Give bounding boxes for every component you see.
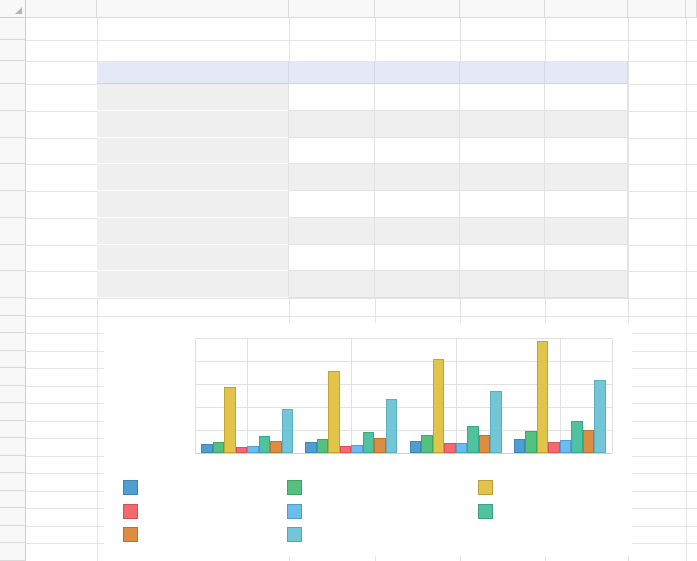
row-header-20[interactable] xyxy=(0,456,26,473)
column-header-E[interactable] xyxy=(460,0,545,18)
value-cell[interactable] xyxy=(289,84,375,111)
year-header-cell[interactable] xyxy=(545,61,628,84)
row-header-3[interactable] xyxy=(0,84,26,111)
row-header-1[interactable] xyxy=(0,40,26,61)
bar-series4-2005 xyxy=(236,447,248,453)
row-header-12[interactable] xyxy=(0,316,26,333)
row-header-7[interactable] xyxy=(0,191,26,218)
grid-line-vertical xyxy=(686,18,687,561)
bar-series7-2008 xyxy=(583,430,595,453)
year-header-corner-cell[interactable] xyxy=(97,61,289,84)
row-header-18[interactable] xyxy=(0,421,26,438)
value-cell[interactable] xyxy=(460,138,545,165)
legend-swatch xyxy=(287,527,302,542)
region-cell[interactable] xyxy=(97,111,289,138)
bar-series6-2007 xyxy=(467,426,479,453)
value-cell[interactable] xyxy=(545,245,628,272)
value-cell[interactable] xyxy=(460,84,545,111)
value-cell[interactable] xyxy=(375,191,460,218)
row-header-25[interactable] xyxy=(0,543,26,561)
value-cell[interactable] xyxy=(375,271,460,298)
row-header-9[interactable] xyxy=(0,245,26,271)
value-cell[interactable] xyxy=(375,111,460,138)
row-header-5[interactable] xyxy=(0,138,26,164)
row-header-17[interactable] xyxy=(0,403,26,421)
value-cell[interactable] xyxy=(460,164,545,191)
value-cell[interactable] xyxy=(375,164,460,191)
bar-series1-2008 xyxy=(514,439,526,453)
value-cell[interactable] xyxy=(289,245,375,272)
value-cell[interactable] xyxy=(289,111,375,138)
value-cell[interactable] xyxy=(289,164,375,191)
value-cell[interactable] xyxy=(375,84,460,111)
row-header-19[interactable] xyxy=(0,438,26,456)
column-header-F[interactable] xyxy=(545,0,628,18)
column-header-A[interactable] xyxy=(26,0,97,18)
column-header-D[interactable] xyxy=(375,0,460,18)
value-cell[interactable] xyxy=(460,245,545,272)
value-cell[interactable] xyxy=(545,111,628,138)
value-cell[interactable] xyxy=(460,191,545,218)
region-cell[interactable] xyxy=(97,218,289,245)
bar-series8-2007 xyxy=(490,391,502,453)
grid-line-horizontal xyxy=(26,298,697,299)
region-cell[interactable] xyxy=(97,138,289,165)
value-cell[interactable] xyxy=(545,84,628,111)
column-header-B[interactable] xyxy=(97,0,289,18)
embedded-chart[interactable] xyxy=(104,323,632,556)
year-header-cell[interactable] xyxy=(375,61,460,84)
bar-series1-2007 xyxy=(410,441,422,453)
row-header-24[interactable] xyxy=(0,526,26,543)
row-header-2[interactable] xyxy=(0,61,26,84)
legend-swatch xyxy=(478,504,493,519)
value-cell[interactable] xyxy=(375,138,460,165)
value-cell[interactable] xyxy=(545,271,628,298)
row-header-23[interactable] xyxy=(0,508,26,526)
row-header-13[interactable] xyxy=(0,333,26,351)
value-cell[interactable] xyxy=(289,271,375,298)
bar-series4-2008 xyxy=(548,442,560,453)
row-header-22[interactable] xyxy=(0,491,26,508)
row-header-21[interactable] xyxy=(0,473,26,491)
row-header-8[interactable] xyxy=(0,218,26,245)
bar-series7-2005 xyxy=(270,441,282,453)
region-cell[interactable] xyxy=(97,191,289,218)
year-header-cell[interactable] xyxy=(460,61,545,84)
value-cell[interactable] xyxy=(545,164,628,191)
row-header-10[interactable] xyxy=(0,271,26,298)
row-header-4[interactable] xyxy=(0,111,26,138)
value-cell[interactable] xyxy=(460,218,545,245)
grid-line-horizontal xyxy=(26,316,697,317)
row-header-15[interactable] xyxy=(0,368,26,386)
column-header-G[interactable] xyxy=(628,0,686,18)
chart-h-gridline xyxy=(195,407,612,408)
value-cell[interactable] xyxy=(460,111,545,138)
bar-series7-2007 xyxy=(479,435,491,453)
row-header-16[interactable] xyxy=(0,386,26,403)
select-all-corner[interactable] xyxy=(0,0,26,18)
bar-series2-2008 xyxy=(525,431,537,453)
legend-swatch xyxy=(287,504,302,519)
value-cell[interactable] xyxy=(375,245,460,272)
region-cell[interactable] xyxy=(97,245,289,272)
row-header-14[interactable] xyxy=(0,351,26,368)
row-header-6[interactable] xyxy=(0,164,26,191)
year-header-cell[interactable] xyxy=(289,61,375,84)
value-cell[interactable] xyxy=(289,191,375,218)
region-cell[interactable] xyxy=(97,271,289,298)
value-cell[interactable] xyxy=(545,191,628,218)
value-cell[interactable] xyxy=(545,138,628,165)
value-cell[interactable] xyxy=(545,218,628,245)
column-header-C[interactable] xyxy=(289,0,375,18)
region-cell[interactable] xyxy=(97,84,289,111)
column-header-extra[interactable] xyxy=(686,0,697,18)
value-cell[interactable] xyxy=(460,271,545,298)
bar-series8-2005 xyxy=(282,409,294,453)
legend-swatch xyxy=(287,480,302,495)
row-header-0[interactable] xyxy=(0,18,26,40)
value-cell[interactable] xyxy=(289,218,375,245)
value-cell[interactable] xyxy=(375,218,460,245)
value-cell[interactable] xyxy=(289,138,375,165)
region-cell[interactable] xyxy=(97,164,289,191)
row-header-11[interactable] xyxy=(0,298,26,316)
